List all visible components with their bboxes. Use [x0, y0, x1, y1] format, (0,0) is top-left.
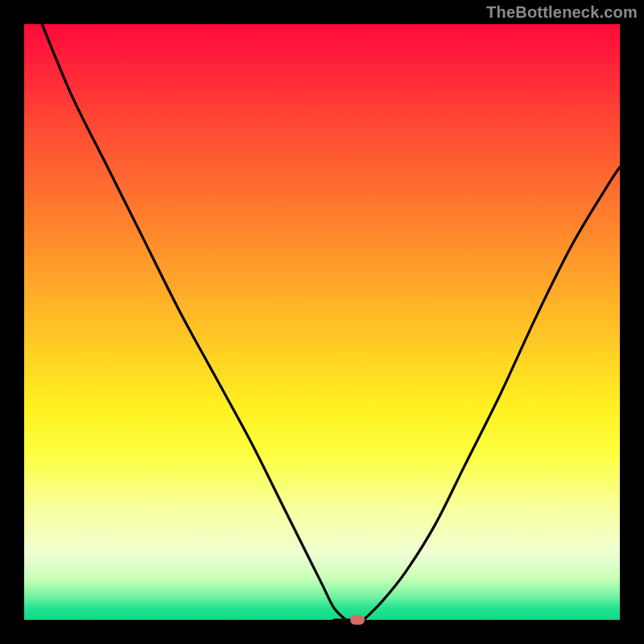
curve-left [42, 24, 345, 620]
watermark-text: TheBottleneck.com [486, 3, 638, 22]
chart-plot-area [24, 24, 620, 620]
curve-right [364, 167, 620, 620]
chart-curve [24, 24, 620, 620]
bottleneck-marker [350, 615, 365, 625]
chart-frame: TheBottleneck.com [0, 0, 644, 644]
